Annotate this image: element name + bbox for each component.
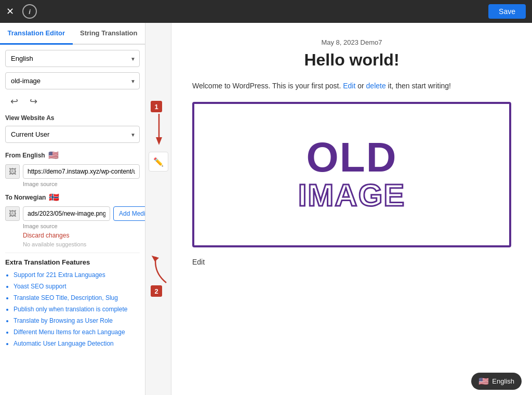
list-item: Support for 221 Extra Languages xyxy=(14,270,140,280)
language-select-wrapper: English Norwegian xyxy=(5,50,140,67)
from-section: From English 🇺🇸 🖼 Image source xyxy=(5,150,140,187)
no-suggestions-label: No available suggestions xyxy=(23,241,140,247)
extra-features-section: Extra Translation Features Support for 2… xyxy=(5,253,140,348)
to-label: To Norwegian 🇳🇴 xyxy=(5,192,140,202)
article-title: Hello world! xyxy=(192,50,511,70)
undo-redo-toolbar: ↩ ↪ xyxy=(5,95,140,108)
undo-button[interactable]: ↩ xyxy=(7,95,21,108)
article-edit-label: Edit xyxy=(192,258,511,266)
to-flag: 🇳🇴 xyxy=(49,192,59,202)
list-item: Publish only when translation is complet… xyxy=(14,305,140,314)
main-layout: Translation Editor String Translation En… xyxy=(0,23,532,395)
lang-label: English xyxy=(492,377,514,385)
sidebar: Translation Editor String Translation En… xyxy=(0,23,145,395)
redo-button[interactable]: ↪ xyxy=(26,95,41,108)
from-image-url-input[interactable] xyxy=(23,164,140,179)
article-body: Welcome to WordPress. This is your first… xyxy=(192,80,511,91)
svg-marker-2 xyxy=(152,254,160,262)
language-button[interactable]: 🇺🇸 English xyxy=(471,373,522,390)
tab-translation-editor[interactable]: Translation Editor xyxy=(0,23,73,45)
current-user-select-wrapper: Current User Guest xyxy=(5,126,140,143)
extra-features-list: Support for 221 Extra Languages Yoast SE… xyxy=(5,270,140,348)
from-image-row: 🖼 xyxy=(5,164,140,179)
list-item: Different Menu Items for each Language xyxy=(14,327,140,337)
lang-flag: 🇺🇸 xyxy=(478,376,489,386)
to-source-label: Image source xyxy=(23,223,140,229)
to-section: To Norwegian 🇳🇴 🖼 Add Media Image source… xyxy=(5,192,140,247)
from-label: From English 🇺🇸 xyxy=(5,150,140,160)
step-badge-1: 1 xyxy=(151,101,162,112)
list-item: Translate by Browsing as User Role xyxy=(14,316,140,325)
info-button[interactable]: i xyxy=(22,4,37,19)
current-user-select[interactable]: Current User Guest xyxy=(5,126,140,143)
template-select-wrapper: old-image new-image xyxy=(5,72,140,89)
to-image-url-input[interactable] xyxy=(23,206,110,221)
add-media-button[interactable]: Add Media xyxy=(113,206,145,221)
delete-link[interactable]: delete xyxy=(366,82,386,90)
from-flag: 🇺🇸 xyxy=(48,150,59,160)
tab-string-translation[interactable]: String Translation xyxy=(73,23,145,45)
old-image-line1: OLD xyxy=(307,137,397,178)
svg-marker-1 xyxy=(156,137,162,145)
view-website-label: View Website As xyxy=(5,114,140,122)
tabs: Translation Editor String Translation xyxy=(0,23,145,45)
edit-pencil-button[interactable]: ✏️ xyxy=(149,152,168,172)
list-item: Yoast SEO support xyxy=(14,282,140,291)
arrow-2 xyxy=(148,252,169,289)
from-source-label: Image source xyxy=(23,181,140,187)
article-area: May 8, 2023 Demo7 Hello world! Welcome t… xyxy=(171,23,532,395)
list-item: Automatic User Language Detection xyxy=(14,339,140,348)
save-button[interactable]: Save xyxy=(488,4,526,19)
list-item: Translate SEO Title, Description, Slug xyxy=(14,293,140,302)
arrow-1 xyxy=(154,114,164,147)
article-meta: May 8, 2023 Demo7 xyxy=(192,38,511,46)
view-website-section: View Website As Current User Guest xyxy=(5,114,140,143)
edit-link[interactable]: Edit xyxy=(343,82,355,90)
to-image-row: 🖼 Add Media xyxy=(5,206,140,221)
extra-features-title: Extra Translation Features xyxy=(5,258,140,266)
sidebar-content: English Norwegian old-image new-image ↩ … xyxy=(0,45,145,395)
language-select[interactable]: English Norwegian xyxy=(5,50,140,67)
old-image-box: OLD IMAGE xyxy=(192,102,511,247)
close-button[interactable]: ✕ xyxy=(6,7,14,16)
top-bar: ✕ i Save xyxy=(0,0,532,23)
annotation-column: 1 ✏️ 2 xyxy=(145,23,171,395)
from-image-icon: 🖼 xyxy=(5,164,20,179)
to-image-icon: 🖼 xyxy=(5,206,20,221)
old-image-line2: IMAGE xyxy=(298,178,406,213)
discard-changes-link[interactable]: Discard changes xyxy=(23,232,69,239)
template-select[interactable]: old-image new-image xyxy=(5,72,140,89)
